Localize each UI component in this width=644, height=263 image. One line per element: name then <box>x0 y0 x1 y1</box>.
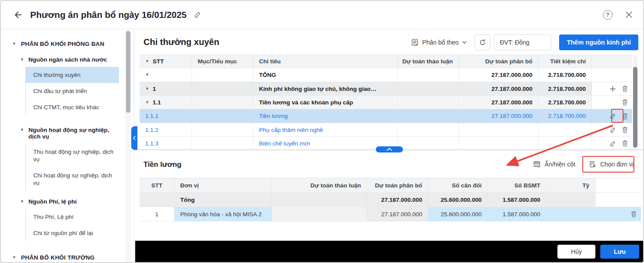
thao-luan-cell <box>398 96 459 109</box>
don-vi-cell[interactable]: Phòng văn hóa - xã hội MISA 2 <box>175 207 272 221</box>
close-icon <box>625 10 633 19</box>
col-don-vi[interactable]: Đơn vị <box>175 178 272 192</box>
collapse-all-icon[interactable]: ▼ <box>145 58 149 65</box>
edit-row-button[interactable] <box>609 113 616 119</box>
col-du-toan-phan-bo[interactable]: Dự toán phân bổ <box>367 178 428 192</box>
sidebar-item-thu-su-nghiep[interactable]: Thu hoạt động sự nghiệp, dịch vụ <box>26 144 119 167</box>
allocate-by-dropdown[interactable]: Phân bổ theo <box>411 38 467 46</box>
main-toolbar: Chi thường xuyên Phân bổ theo ĐVT: Đồng … <box>135 30 643 55</box>
cancel-button[interactable]: Hủy <box>557 245 595 259</box>
muc-cell <box>192 137 253 150</box>
help-button[interactable]: ? <box>603 10 612 20</box>
delete-row-button[interactable] <box>622 140 628 147</box>
close-button[interactable] <box>625 10 633 19</box>
col-du-toan-thao-luan[interactable]: Dự toán thảo luận <box>398 55 459 68</box>
can-doi-cell[interactable]: 25.600.000.000 <box>428 207 488 221</box>
muc-cell <box>192 68 253 82</box>
chevron-left-icon <box>133 136 136 140</box>
toggle-columns-button[interactable]: Ẩn/hiện cột <box>533 160 575 168</box>
chi-tieu-cell[interactable]: Tiền lương <box>253 109 398 123</box>
stt-cell: 1.1.3 <box>140 137 192 150</box>
stt-cell <box>140 193 175 207</box>
collapse-row-icon[interactable]: ▼ <box>145 99 149 106</box>
sidebar-section-truong[interactable]: ▼ PHÂN BỔ KHỐI TRƯỜNG <box>12 254 134 261</box>
ty-cell[interactable] <box>546 207 595 221</box>
choose-unit-button[interactable]: Chọn đơn vị <box>588 160 634 168</box>
chi-tieu-cell[interactable]: Phụ cấp thâm niên nghề <box>253 123 398 136</box>
refresh-button[interactable] <box>475 35 490 50</box>
col-du-toan-thao-luan[interactable]: Dự toán thảo luận <box>272 178 367 192</box>
sidebar-collapse-handle[interactable] <box>131 126 137 150</box>
sidebar-item-chi-ctmt[interactable]: Chi CTMT, mục tiêu khác <box>26 99 119 115</box>
bsmt-cell[interactable]: 1.587.000.000 <box>488 207 546 221</box>
detail-row-1[interactable]: 1 Phòng văn hóa - xã hội MISA 2 27.187.0… <box>140 207 641 221</box>
ty-cell <box>546 193 595 207</box>
col-muc-tieu-muc[interactable]: Mục/Tiểu mục <box>192 55 253 68</box>
sidebar-scrollbar-thumb[interactable] <box>126 31 130 113</box>
table-row-1-1[interactable]: ▼1.1 Tiền lương và các khoản phụ cấp 27.… <box>140 96 632 109</box>
sidebar-item-chi-tu-nguon-phi[interactable]: Chi từ nguồn phí để lại <box>26 225 119 241</box>
detail-row-tong[interactable]: Tổng 27.187.000.000 25.600.000.000 1.587… <box>140 193 641 207</box>
table-row-1-1-1-selected[interactable]: 1.1.1 Tiền lương 27.187.000.000 2.718.70… <box>140 109 632 123</box>
thao-luan-cell <box>398 109 459 123</box>
collapse-row-icon[interactable]: ▼ <box>145 86 149 92</box>
tiet-kiem-cell <box>539 123 592 136</box>
chevron-up-icon <box>386 148 392 151</box>
delete-row-button[interactable] <box>622 85 628 92</box>
col-actions <box>592 55 632 68</box>
thao-luan-cell <box>398 123 459 136</box>
detail-title: Tiền lương <box>144 160 182 169</box>
sidebar-item-chi-su-nghiep[interactable]: Chi hoạt động sự nghiệp, dịch vụ <box>26 167 119 191</box>
save-button[interactable]: Lưu <box>600 245 639 259</box>
sidebar-group-su-nghiep[interactable]: ▼ Nguồn hoạt động sự nghiệp, dịch vụ <box>20 127 121 140</box>
collapse-panel-button[interactable] <box>376 146 403 152</box>
header-actions: ? <box>603 10 633 20</box>
phan-bo-cell: 27.187.000.000 <box>459 68 539 82</box>
chevron-down-icon: ▼ <box>20 198 24 205</box>
sidebar-group-phi-le-phi[interactable]: ▼ Nguồn Phí, lệ phí <box>20 198 121 205</box>
col-tiet-kiem-chi[interactable]: Tiết kiệm chi <box>539 55 592 68</box>
table-row-1[interactable]: ▼1 Kinh phí không giao tự chủ, không gia… <box>140 82 632 96</box>
col-so-can-doi[interactable]: Số cân đối <box>428 178 488 192</box>
don-vi-cell: Tổng <box>175 193 272 207</box>
plus-icon <box>609 86 616 92</box>
edit-title-button[interactable] <box>194 11 201 18</box>
edit-row-button[interactable] <box>609 140 616 147</box>
col-ty[interactable]: Tỷ <box>546 178 595 192</box>
col-so-bsmt[interactable]: Số BSMT <box>488 178 546 192</box>
allocate-by-label: Phân bổ theo <box>422 39 458 46</box>
delete-row-button[interactable] <box>622 113 628 120</box>
stt-cell: 1.1.2 <box>140 123 192 136</box>
sidebar-item-chi-thuong-xuyen[interactable]: Chi thường xuyên <box>26 67 119 83</box>
stt-cell: ▼ <box>140 68 192 82</box>
sidebar-section-phong-ban[interactable]: ▼ PHÂN BỔ KHỐI PHÒNG BAN <box>12 41 134 47</box>
table-row-tong[interactable]: ▼ TỔNG 27.187.000.000 2.718.700.000 <box>140 68 632 82</box>
edit-row-button[interactable] <box>609 127 616 133</box>
muc-cell <box>192 123 253 136</box>
col-stt[interactable]: ▼STT <box>140 55 192 68</box>
sidebar-group-ngan-sach[interactable]: ▼ Nguồn ngân sách nhà nước <box>20 56 121 63</box>
pencil-icon <box>609 113 616 119</box>
collapse-row-icon[interactable]: ▼ <box>145 72 149 78</box>
table-row-1-1-2[interactable]: 1.1.2 Phụ cấp thâm niên nghề <box>140 123 632 137</box>
delete-row-button[interactable] <box>622 126 628 133</box>
unit-field[interactable]: ĐVT: Đồng <box>494 35 551 50</box>
sidebar-item-chi-dau-tu[interactable]: Chi đầu tư phát triển <box>26 83 119 99</box>
add-row-button[interactable] <box>609 86 616 92</box>
tiet-kiem-cell <box>539 137 592 150</box>
add-funding-source-button[interactable]: Thêm nguồn kinh phí <box>559 35 638 50</box>
delete-row-button[interactable] <box>630 211 637 218</box>
row-actions <box>592 137 632 150</box>
page-title: Phương án phân bổ ngày 16/01/2025 <box>30 10 187 20</box>
detail-actions: Ẩn/hiện cột Chọn đơn vị <box>533 160 634 168</box>
table-scrollbar-thumb[interactable] <box>633 67 637 148</box>
sidebar-item-thu-phi[interactable]: Thu Phí, Lệ phí <box>26 209 119 225</box>
col-stt[interactable]: STT <box>140 178 175 192</box>
delete-row-button[interactable] <box>622 99 628 106</box>
col-chi-tieu[interactable]: Chỉ tiêu <box>253 55 398 68</box>
chi-tieu-cell: Kinh phí không giao tự chủ, không giao… <box>253 82 398 95</box>
col-du-toan-phan-bo[interactable]: Dự toán phân bổ <box>459 55 539 68</box>
trash-icon <box>622 140 628 147</box>
detail-table: STT Đơn vị Dự toán thảo luận Dự toán phâ… <box>140 178 641 221</box>
back-button[interactable] <box>12 9 23 21</box>
